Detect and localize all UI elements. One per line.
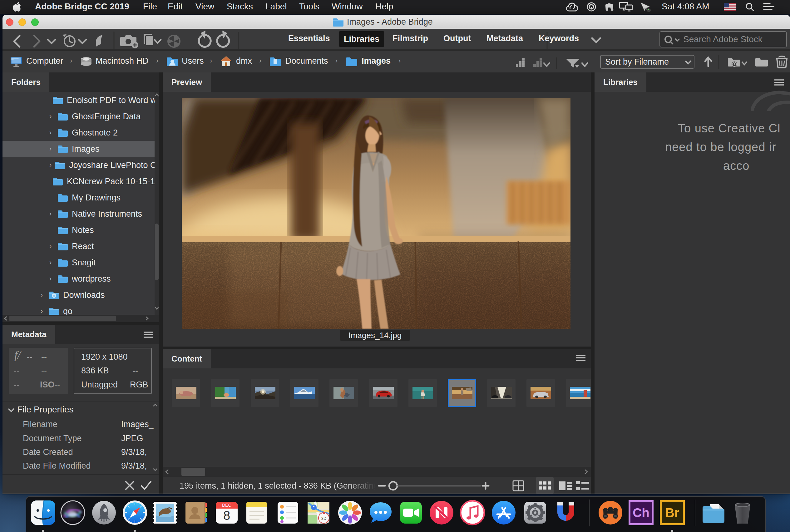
svg-text:3D: 3D: [321, 516, 326, 521]
svg-text:DEC: DEC: [222, 503, 231, 508]
svg-text:8: 8: [223, 509, 230, 522]
svg-text:Ch: Ch: [633, 506, 649, 519]
svg-text:Br: Br: [665, 506, 679, 519]
